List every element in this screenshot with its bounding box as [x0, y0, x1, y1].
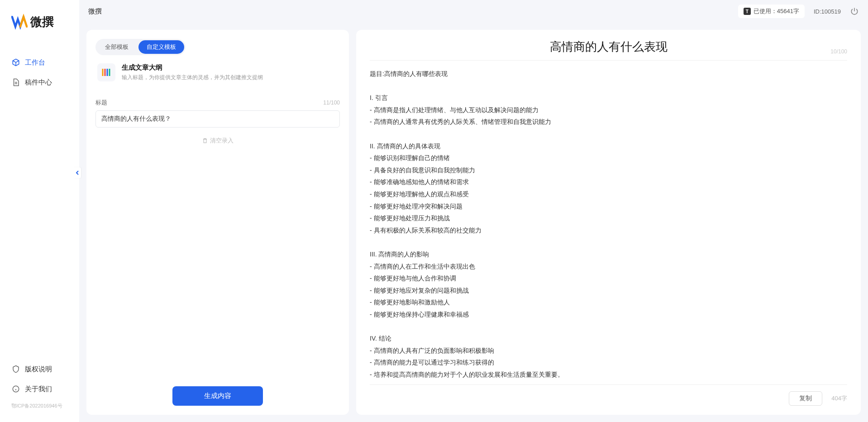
- trash-icon: [202, 138, 208, 144]
- tab-custom-templates[interactable]: 自定义模板: [138, 40, 184, 54]
- nav-label: 关于我们: [25, 385, 52, 394]
- content-area: 全部模板 自定义模板 生成文章大纲 输入标题，为你提供文章主体的灵感，并为其创建…: [79, 23, 868, 422]
- page-title: 微撰: [88, 7, 102, 16]
- doc-icon: [11, 78, 20, 87]
- template-title: 生成文章大纲: [122, 63, 263, 72]
- main: 微撰 T 已使用：45641字 ID:100519 全部模板 自定义模板: [79, 0, 868, 422]
- nav-about[interactable]: 关于我们: [0, 379, 79, 399]
- clear-label: 清空录入: [210, 137, 234, 145]
- usage-text: 已使用：45641字: [754, 7, 799, 15]
- logo-icon: [11, 14, 28, 30]
- form-label-row: 标题 11/100: [95, 99, 340, 107]
- output-title: 高情商的人有什么表现: [550, 39, 668, 55]
- template-icon: [97, 63, 115, 81]
- output-panel: 高情商的人有什么表现 10/100 题目:高情商的人有哪些表现 I. 引言 - …: [356, 30, 861, 415]
- output-title-counter: 10/100: [830, 48, 847, 55]
- nav-drafts[interactable]: 稿件中心: [0, 72, 79, 92]
- nav-menu: 工作台 稿件中心: [0, 39, 79, 359]
- icp-number: 鄂ICP备2022016946号: [0, 399, 79, 413]
- cube-icon: [11, 58, 20, 67]
- topbar-right: T 已使用：45641字 ID:100519: [738, 5, 859, 18]
- sidebar-bottom: 版权说明 关于我们 鄂ICP备2022016946号: [0, 359, 79, 422]
- output-footer: 复制 404字: [370, 384, 847, 406]
- title-input[interactable]: [95, 110, 340, 128]
- usage-badge[interactable]: T 已使用：45641字: [738, 5, 805, 18]
- template-desc: 输入标题，为你提供文章主体的灵感，并为其创建推文提纲: [122, 74, 263, 81]
- nav-label: 工作台: [25, 58, 45, 67]
- sidebar: 微撰 工作台 稿件中心: [0, 0, 79, 422]
- template-info: 生成文章大纲 输入标题，为你提供文章主体的灵感，并为其创建推文提纲: [122, 63, 263, 81]
- power-icon[interactable]: [850, 7, 859, 16]
- panel-left-bottom: 生成内容: [95, 386, 340, 406]
- nav-label: 稿件中心: [25, 78, 52, 87]
- copy-button[interactable]: 复制: [789, 391, 822, 406]
- info-icon: [11, 384, 20, 394]
- word-count: 404字: [831, 394, 847, 403]
- generate-button[interactable]: 生成内容: [172, 386, 263, 406]
- text-icon: T: [744, 8, 751, 15]
- tab-all-templates[interactable]: 全部模板: [97, 40, 137, 54]
- template-card: 生成文章大纲 输入标题，为你提供文章主体的灵感，并为其创建推文提纲: [95, 55, 340, 90]
- clear-button[interactable]: 清空录入: [95, 137, 340, 145]
- title-counter: 11/100: [323, 100, 340, 106]
- logo: 微撰: [0, 0, 79, 39]
- title-label: 标题: [95, 99, 107, 107]
- template-tabs: 全部模板 自定义模板: [95, 39, 186, 55]
- output-body[interactable]: 题目:高情商的人有哪些表现 I. 引言 - 高情商是指人们处理情绪、与他人互动以…: [370, 68, 847, 384]
- nav-label: 版权说明: [25, 365, 52, 374]
- shield-icon: [11, 365, 20, 374]
- topbar: 微撰 T 已使用：45641字 ID:100519: [79, 0, 868, 23]
- nav-copyright[interactable]: 版权说明: [0, 359, 79, 379]
- form-section: 标题 11/100 清空录入: [95, 99, 340, 145]
- nav-workspace[interactable]: 工作台: [0, 52, 79, 72]
- logo-text: 微撰: [30, 14, 54, 30]
- user-id: ID:100519: [814, 8, 841, 15]
- output-title-row: 高情商的人有什么表现 10/100: [370, 39, 847, 61]
- input-panel: 全部模板 自定义模板 生成文章大纲 输入标题，为你提供文章主体的灵感，并为其创建…: [86, 30, 349, 415]
